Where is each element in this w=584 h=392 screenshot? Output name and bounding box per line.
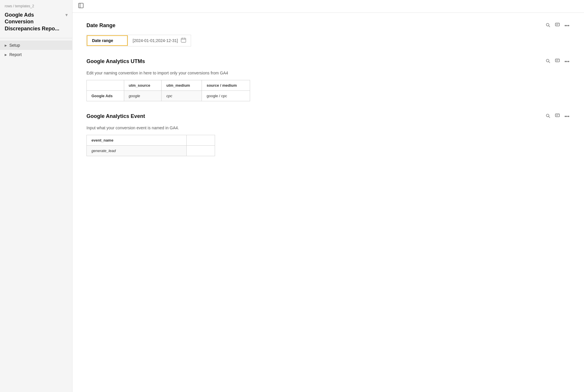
utm-description: Edit your naming convention in here to i… (86, 71, 570, 75)
utm-row-source: google (124, 91, 162, 101)
ellipsis-icon: ••• (564, 114, 569, 119)
utm-col-empty (87, 80, 124, 91)
date-range-actions: ••• (545, 22, 570, 29)
sidebar-toggle-icon (78, 4, 84, 9)
svg-rect-4 (555, 23, 559, 26)
main-content: Date Range (72, 13, 584, 392)
sidebar-toggle-button[interactable] (77, 2, 85, 11)
main-panel: Date Range (72, 0, 584, 392)
ellipsis-icon: ••• (564, 59, 569, 64)
event-col-value (186, 135, 215, 146)
date-range-row: Date range [2024-01-01;2024-12-31] (86, 35, 191, 46)
date-range-text: [2024-01-01;2024-12-31] (133, 38, 178, 43)
arrow-right-icon: ▶ (5, 44, 7, 47)
utm-table: utm_source utm_medium source / medium Go… (86, 80, 250, 101)
event-table: event_name generate_lead (86, 135, 215, 156)
utm-table-header-row: utm_source utm_medium source / medium (87, 80, 250, 91)
utm-col-medium: utm_medium (162, 80, 202, 91)
event-comment-button[interactable] (554, 113, 560, 120)
date-range-comment-button[interactable] (554, 22, 560, 29)
sidebar: rows / templates_2 Google Ads Conversion… (0, 0, 72, 392)
date-range-section-header: Date Range (86, 22, 570, 29)
date-range-value: [2024-01-01;2024-12-31] (128, 35, 191, 46)
utm-row-label: Google Ads (87, 91, 124, 101)
sidebar-item-setup-label: Setup (9, 43, 20, 48)
utm-comment-button[interactable] (554, 58, 560, 65)
sidebar-title: Google Ads Conversion Discrepancies Repo… (0, 11, 72, 38)
utm-col-source: utm_source (124, 80, 162, 91)
svg-rect-7 (181, 38, 186, 42)
sidebar-item-report-label: Report (9, 52, 22, 57)
utm-col-source-medium: source / medium (202, 80, 250, 91)
table-row: generate_lead (87, 146, 215, 156)
svg-rect-13 (555, 59, 559, 62)
chevron-down-icon[interactable]: ▾ (65, 12, 67, 18)
event-table-header-row: event_name (87, 135, 215, 146)
utm-section-actions: ••• (545, 58, 570, 65)
utm-search-button[interactable] (545, 58, 551, 65)
event-description: Input what your conversion event is name… (86, 126, 570, 130)
date-range-search-button[interactable] (545, 22, 551, 29)
svg-line-17 (549, 116, 550, 118)
topbar (72, 0, 584, 13)
table-row: Google Ads google cpc google / cpc (87, 91, 250, 101)
svg-line-3 (549, 26, 550, 27)
utm-row-source-medium: google / cpc (202, 91, 250, 101)
date-range-more-button[interactable]: ••• (564, 23, 570, 29)
date-range-section: Date Range (86, 22, 570, 46)
sidebar-item-report[interactable]: ▶ Report (0, 50, 72, 59)
event-section-header: Google Analytics Event (86, 113, 570, 120)
event-section-title: Google Analytics Event (86, 113, 145, 119)
sidebar-item-setup[interactable]: ▶ Setup (0, 41, 72, 50)
date-range-title: Date Range (86, 22, 115, 29)
event-row-value: generate_lead (87, 146, 187, 156)
ellipsis-icon: ••• (564, 23, 569, 28)
event-more-button[interactable]: ••• (564, 114, 570, 119)
svg-rect-0 (79, 3, 83, 8)
sidebar-divider (0, 38, 72, 38)
event-col-name: event_name (87, 135, 187, 146)
event-section-actions: ••• (545, 113, 570, 120)
utm-section: Google Analytics UTMs (86, 58, 570, 101)
event-section: Google Analytics Event (86, 113, 570, 156)
utm-section-header: Google Analytics UTMs (86, 58, 570, 65)
event-search-button[interactable] (545, 113, 551, 120)
arrow-right-icon: ▶ (5, 53, 7, 56)
utm-section-title: Google Analytics UTMs (86, 58, 145, 65)
svg-rect-18 (555, 114, 559, 117)
sidebar-title-text: Google Ads Conversion Discrepancies Repo… (5, 12, 64, 32)
utm-more-button[interactable]: ••• (564, 59, 570, 65)
svg-line-12 (549, 62, 550, 63)
calendar-icon (181, 37, 186, 44)
date-range-label: Date range (87, 35, 128, 46)
breadcrumb: rows / templates_2 (0, 0, 72, 11)
utm-row-medium: cpc (162, 91, 202, 101)
